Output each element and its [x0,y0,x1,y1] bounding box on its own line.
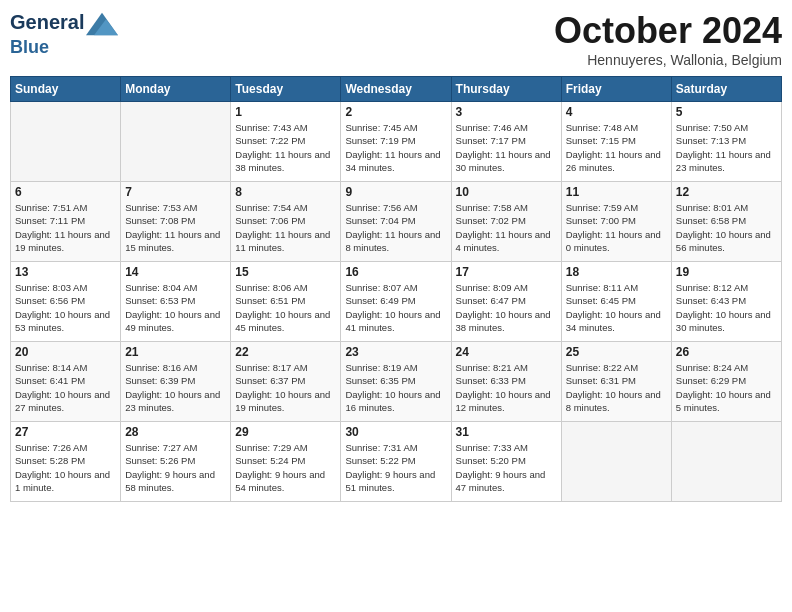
day-info: Sunrise: 7:45 AMSunset: 7:19 PMDaylight:… [345,121,446,174]
day-info: Sunrise: 8:04 AMSunset: 6:53 PMDaylight:… [125,281,226,334]
calendar-cell: 27Sunrise: 7:26 AMSunset: 5:28 PMDayligh… [11,422,121,502]
calendar-cell: 24Sunrise: 8:21 AMSunset: 6:33 PMDayligh… [451,342,561,422]
day-number: 16 [345,265,446,279]
day-info: Sunrise: 7:56 AMSunset: 7:04 PMDaylight:… [345,201,446,254]
calendar-cell: 13Sunrise: 8:03 AMSunset: 6:56 PMDayligh… [11,262,121,342]
week-row: 13Sunrise: 8:03 AMSunset: 6:56 PMDayligh… [11,262,782,342]
day-headers: SundayMondayTuesdayWednesdayThursdayFrid… [11,77,782,102]
day-number: 28 [125,425,226,439]
calendar-cell: 4Sunrise: 7:48 AMSunset: 7:15 PMDaylight… [561,102,671,182]
calendar-cell: 31Sunrise: 7:33 AMSunset: 5:20 PMDayligh… [451,422,561,502]
day-info: Sunrise: 8:19 AMSunset: 6:35 PMDaylight:… [345,361,446,414]
week-row: 6Sunrise: 7:51 AMSunset: 7:11 PMDaylight… [11,182,782,262]
location: Hennuyeres, Wallonia, Belgium [554,52,782,68]
col-header-thursday: Thursday [451,77,561,102]
calendar-cell: 29Sunrise: 7:29 AMSunset: 5:24 PMDayligh… [231,422,341,502]
calendar-cell: 17Sunrise: 8:09 AMSunset: 6:47 PMDayligh… [451,262,561,342]
week-row: 20Sunrise: 8:14 AMSunset: 6:41 PMDayligh… [11,342,782,422]
day-number: 9 [345,185,446,199]
calendar-cell: 12Sunrise: 8:01 AMSunset: 6:58 PMDayligh… [671,182,781,262]
day-info: Sunrise: 7:43 AMSunset: 7:22 PMDaylight:… [235,121,336,174]
day-info: Sunrise: 8:21 AMSunset: 6:33 PMDaylight:… [456,361,557,414]
day-info: Sunrise: 8:22 AMSunset: 6:31 PMDaylight:… [566,361,667,414]
day-info: Sunrise: 7:59 AMSunset: 7:00 PMDaylight:… [566,201,667,254]
day-info: Sunrise: 8:14 AMSunset: 6:41 PMDaylight:… [15,361,116,414]
title-section: October 2024 Hennuyeres, Wallonia, Belgi… [554,10,782,68]
day-number: 15 [235,265,336,279]
day-info: Sunrise: 8:07 AMSunset: 6:49 PMDaylight:… [345,281,446,334]
calendar-cell: 14Sunrise: 8:04 AMSunset: 6:53 PMDayligh… [121,262,231,342]
calendar-cell [671,422,781,502]
calendar-cell: 2Sunrise: 7:45 AMSunset: 7:19 PMDaylight… [341,102,451,182]
calendar-cell: 1Sunrise: 7:43 AMSunset: 7:22 PMDaylight… [231,102,341,182]
day-number: 7 [125,185,226,199]
day-number: 18 [566,265,667,279]
day-info: Sunrise: 7:31 AMSunset: 5:22 PMDaylight:… [345,441,446,494]
calendar-cell: 30Sunrise: 7:31 AMSunset: 5:22 PMDayligh… [341,422,451,502]
col-header-wednesday: Wednesday [341,77,451,102]
day-number: 29 [235,425,336,439]
day-info: Sunrise: 7:58 AMSunset: 7:02 PMDaylight:… [456,201,557,254]
col-header-tuesday: Tuesday [231,77,341,102]
day-info: Sunrise: 8:03 AMSunset: 6:56 PMDaylight:… [15,281,116,334]
day-info: Sunrise: 7:29 AMSunset: 5:24 PMDaylight:… [235,441,336,494]
calendar-cell: 10Sunrise: 7:58 AMSunset: 7:02 PMDayligh… [451,182,561,262]
day-info: Sunrise: 8:06 AMSunset: 6:51 PMDaylight:… [235,281,336,334]
day-number: 17 [456,265,557,279]
calendar-cell: 19Sunrise: 8:12 AMSunset: 6:43 PMDayligh… [671,262,781,342]
calendar-cell: 6Sunrise: 7:51 AMSunset: 7:11 PMDaylight… [11,182,121,262]
day-number: 10 [456,185,557,199]
calendar-cell: 25Sunrise: 8:22 AMSunset: 6:31 PMDayligh… [561,342,671,422]
week-row: 1Sunrise: 7:43 AMSunset: 7:22 PMDaylight… [11,102,782,182]
day-number: 31 [456,425,557,439]
day-number: 23 [345,345,446,359]
calendar-cell [561,422,671,502]
day-number: 4 [566,105,667,119]
day-number: 27 [15,425,116,439]
day-number: 12 [676,185,777,199]
col-header-sunday: Sunday [11,77,121,102]
day-number: 19 [676,265,777,279]
day-info: Sunrise: 8:09 AMSunset: 6:47 PMDaylight:… [456,281,557,334]
calendar-cell [121,102,231,182]
day-info: Sunrise: 7:50 AMSunset: 7:13 PMDaylight:… [676,121,777,174]
day-number: 20 [15,345,116,359]
day-info: Sunrise: 7:27 AMSunset: 5:26 PMDaylight:… [125,441,226,494]
day-info: Sunrise: 8:01 AMSunset: 6:58 PMDaylight:… [676,201,777,254]
day-number: 24 [456,345,557,359]
col-header-saturday: Saturday [671,77,781,102]
calendar-cell: 18Sunrise: 8:11 AMSunset: 6:45 PMDayligh… [561,262,671,342]
day-info: Sunrise: 8:24 AMSunset: 6:29 PMDaylight:… [676,361,777,414]
day-info: Sunrise: 7:46 AMSunset: 7:17 PMDaylight:… [456,121,557,174]
day-number: 21 [125,345,226,359]
day-info: Sunrise: 7:48 AMSunset: 7:15 PMDaylight:… [566,121,667,174]
calendar-cell: 9Sunrise: 7:56 AMSunset: 7:04 PMDaylight… [341,182,451,262]
page-header: General Blue October 2024 Hennuyeres, Wa… [10,10,782,68]
day-number: 22 [235,345,336,359]
day-number: 2 [345,105,446,119]
calendar-cell: 7Sunrise: 7:53 AMSunset: 7:08 PMDaylight… [121,182,231,262]
calendar-cell: 21Sunrise: 8:16 AMSunset: 6:39 PMDayligh… [121,342,231,422]
logo-text: General [10,10,118,38]
day-info: Sunrise: 8:12 AMSunset: 6:43 PMDaylight:… [676,281,777,334]
calendar-cell: 5Sunrise: 7:50 AMSunset: 7:13 PMDaylight… [671,102,781,182]
day-info: Sunrise: 8:11 AMSunset: 6:45 PMDaylight:… [566,281,667,334]
col-header-monday: Monday [121,77,231,102]
day-number: 11 [566,185,667,199]
calendar-cell: 22Sunrise: 8:17 AMSunset: 6:37 PMDayligh… [231,342,341,422]
week-row: 27Sunrise: 7:26 AMSunset: 5:28 PMDayligh… [11,422,782,502]
day-number: 8 [235,185,336,199]
calendar-cell: 8Sunrise: 7:54 AMSunset: 7:06 PMDaylight… [231,182,341,262]
month-title: October 2024 [554,10,782,52]
day-info: Sunrise: 7:54 AMSunset: 7:06 PMDaylight:… [235,201,336,254]
day-info: Sunrise: 7:51 AMSunset: 7:11 PMDaylight:… [15,201,116,254]
calendar-cell: 15Sunrise: 8:06 AMSunset: 6:51 PMDayligh… [231,262,341,342]
day-number: 26 [676,345,777,359]
day-info: Sunrise: 7:53 AMSunset: 7:08 PMDaylight:… [125,201,226,254]
day-number: 5 [676,105,777,119]
day-number: 30 [345,425,446,439]
calendar-table: SundayMondayTuesdayWednesdayThursdayFrid… [10,76,782,502]
calendar-cell: 20Sunrise: 8:14 AMSunset: 6:41 PMDayligh… [11,342,121,422]
day-info: Sunrise: 8:16 AMSunset: 6:39 PMDaylight:… [125,361,226,414]
calendar-cell: 16Sunrise: 8:07 AMSunset: 6:49 PMDayligh… [341,262,451,342]
